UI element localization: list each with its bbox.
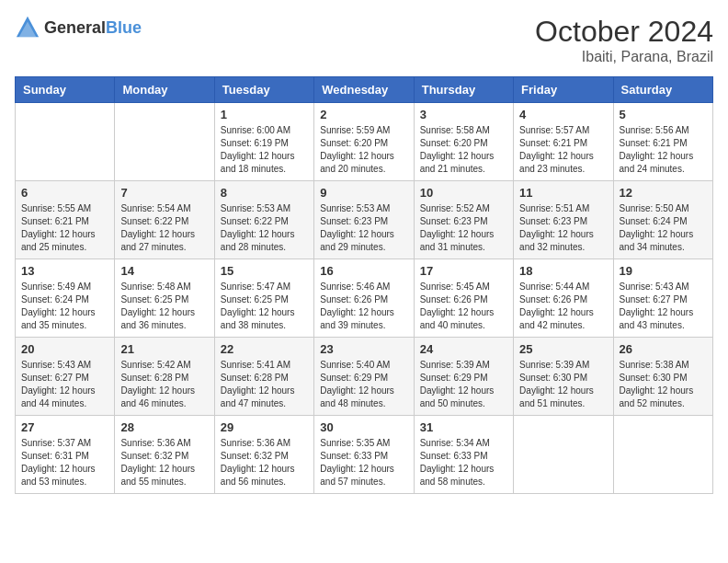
calendar-cell: 23Sunrise: 5:40 AM Sunset: 6:29 PM Dayli… <box>314 338 414 416</box>
week-row-3: 13Sunrise: 5:49 AM Sunset: 6:24 PM Dayli… <box>16 259 713 338</box>
calendar-cell: 30Sunrise: 5:35 AM Sunset: 6:33 PM Dayli… <box>314 416 414 494</box>
day-number: 4 <box>519 108 607 121</box>
day-number: 26 <box>620 342 707 356</box>
calendar-cell: 20Sunrise: 5:43 AM Sunset: 6:27 PM Dayli… <box>16 338 115 416</box>
day-info: Sunrise: 5:43 AM Sunset: 6:27 PM Dayligh… <box>620 281 707 332</box>
day-number: 12 <box>620 186 707 200</box>
day-info: Sunrise: 5:50 AM Sunset: 6:24 PM Dayligh… <box>620 202 707 254</box>
day-info: Sunrise: 5:39 AM Sunset: 6:30 PM Dayligh… <box>519 359 607 410</box>
calendar-cell: 3Sunrise: 5:58 AM Sunset: 6:20 PM Daylig… <box>414 103 513 181</box>
weekday-header-monday: Monday <box>115 77 214 103</box>
calendar-cell <box>514 416 613 494</box>
calendar-cell: 14Sunrise: 5:48 AM Sunset: 6:25 PM Dayli… <box>115 259 214 338</box>
calendar-cell: 8Sunrise: 5:53 AM Sunset: 6:22 PM Daylig… <box>214 181 313 259</box>
day-number: 8 <box>221 186 308 200</box>
logo: GeneralBlue <box>15 15 142 40</box>
weekday-header-tuesday: Tuesday <box>214 77 313 103</box>
day-number: 19 <box>620 264 707 278</box>
day-number: 21 <box>120 342 208 356</box>
day-info: Sunrise: 5:36 AM Sunset: 6:32 PM Dayligh… <box>120 437 208 488</box>
day-info: Sunrise: 6:00 AM Sunset: 6:19 PM Dayligh… <box>221 124 308 176</box>
day-number: 14 <box>120 264 208 278</box>
calendar-cell: 1Sunrise: 6:00 AM Sunset: 6:19 PM Daylig… <box>214 103 313 181</box>
calendar-cell: 31Sunrise: 5:34 AM Sunset: 6:33 PM Dayli… <box>414 416 513 494</box>
calendar-cell: 27Sunrise: 5:37 AM Sunset: 6:31 PM Dayli… <box>16 416 115 494</box>
calendar-cell <box>115 103 214 181</box>
calendar-cell: 26Sunrise: 5:38 AM Sunset: 6:30 PM Dayli… <box>613 338 712 416</box>
day-number: 10 <box>420 186 507 200</box>
header: GeneralBlue October 2024 Ibaiti, Parana,… <box>15 15 713 65</box>
calendar-table: SundayMondayTuesdayWednesdayThursdayFrid… <box>15 76 713 494</box>
calendar-body: 1Sunrise: 6:00 AM Sunset: 6:19 PM Daylig… <box>16 103 713 494</box>
calendar-cell <box>613 416 712 494</box>
day-info: Sunrise: 5:36 AM Sunset: 6:32 PM Dayligh… <box>221 437 308 488</box>
day-info: Sunrise: 5:53 AM Sunset: 6:23 PM Dayligh… <box>320 202 407 254</box>
day-number: 1 <box>221 108 308 121</box>
week-row-1: 1Sunrise: 6:00 AM Sunset: 6:19 PM Daylig… <box>16 103 713 181</box>
day-info: Sunrise: 5:52 AM Sunset: 6:23 PM Dayligh… <box>420 202 507 254</box>
day-info: Sunrise: 5:58 AM Sunset: 6:20 PM Dayligh… <box>420 124 507 176</box>
calendar-cell: 24Sunrise: 5:39 AM Sunset: 6:29 PM Dayli… <box>414 338 513 416</box>
day-number: 2 <box>320 108 407 121</box>
day-info: Sunrise: 5:45 AM Sunset: 6:26 PM Dayligh… <box>420 281 507 332</box>
day-info: Sunrise: 5:37 AM Sunset: 6:31 PM Dayligh… <box>21 437 108 488</box>
calendar-cell: 6Sunrise: 5:55 AM Sunset: 6:21 PM Daylig… <box>16 181 115 259</box>
month-title: October 2024 <box>535 15 713 49</box>
calendar-cell: 5Sunrise: 5:56 AM Sunset: 6:21 PM Daylig… <box>613 103 712 181</box>
day-info: Sunrise: 5:55 AM Sunset: 6:21 PM Dayligh… <box>21 202 108 254</box>
day-info: Sunrise: 5:40 AM Sunset: 6:29 PM Dayligh… <box>320 359 407 410</box>
day-info: Sunrise: 5:34 AM Sunset: 6:33 PM Dayligh… <box>420 437 507 488</box>
day-info: Sunrise: 5:38 AM Sunset: 6:30 PM Dayligh… <box>620 359 707 410</box>
calendar-cell: 9Sunrise: 5:53 AM Sunset: 6:23 PM Daylig… <box>314 181 414 259</box>
day-number: 27 <box>21 420 108 434</box>
day-info: Sunrise: 5:54 AM Sunset: 6:22 PM Dayligh… <box>120 202 208 254</box>
weekday-header-saturday: Saturday <box>613 77 712 103</box>
day-number: 28 <box>120 420 208 434</box>
day-number: 29 <box>221 420 308 434</box>
day-number: 9 <box>320 186 407 200</box>
calendar-cell: 10Sunrise: 5:52 AM Sunset: 6:23 PM Dayli… <box>414 181 513 259</box>
calendar-cell: 28Sunrise: 5:36 AM Sunset: 6:32 PM Dayli… <box>115 416 214 494</box>
week-row-2: 6Sunrise: 5:55 AM Sunset: 6:21 PM Daylig… <box>16 181 713 259</box>
day-number: 3 <box>420 108 507 121</box>
day-number: 6 <box>21 186 108 200</box>
weekday-header-sunday: Sunday <box>16 77 115 103</box>
day-info: Sunrise: 5:35 AM Sunset: 6:33 PM Dayligh… <box>320 437 407 488</box>
calendar-cell: 7Sunrise: 5:54 AM Sunset: 6:22 PM Daylig… <box>115 181 214 259</box>
calendar-cell: 19Sunrise: 5:43 AM Sunset: 6:27 PM Dayli… <box>613 259 712 338</box>
calendar-cell: 12Sunrise: 5:50 AM Sunset: 6:24 PM Dayli… <box>613 181 712 259</box>
logo-icon <box>15 15 40 40</box>
calendar-cell: 16Sunrise: 5:46 AM Sunset: 6:26 PM Dayli… <box>314 259 414 338</box>
day-info: Sunrise: 5:53 AM Sunset: 6:22 PM Dayligh… <box>221 202 308 254</box>
day-number: 16 <box>320 264 407 278</box>
day-info: Sunrise: 5:56 AM Sunset: 6:21 PM Dayligh… <box>620 124 707 176</box>
calendar-cell: 21Sunrise: 5:42 AM Sunset: 6:28 PM Dayli… <box>115 338 214 416</box>
day-number: 18 <box>519 264 607 278</box>
day-info: Sunrise: 5:48 AM Sunset: 6:25 PM Dayligh… <box>120 281 208 332</box>
weekday-header-friday: Friday <box>514 77 613 103</box>
week-row-5: 27Sunrise: 5:37 AM Sunset: 6:31 PM Dayli… <box>16 416 713 494</box>
day-number: 13 <box>21 264 108 278</box>
day-info: Sunrise: 5:42 AM Sunset: 6:28 PM Dayligh… <box>120 359 208 410</box>
calendar-cell: 4Sunrise: 5:57 AM Sunset: 6:21 PM Daylig… <box>514 103 613 181</box>
day-number: 31 <box>420 420 507 434</box>
day-number: 30 <box>320 420 407 434</box>
day-number: 23 <box>320 342 407 356</box>
logo-general: General <box>44 18 106 37</box>
calendar-cell: 13Sunrise: 5:49 AM Sunset: 6:24 PM Dayli… <box>16 259 115 338</box>
day-number: 11 <box>519 186 607 200</box>
calendar-cell: 15Sunrise: 5:47 AM Sunset: 6:25 PM Dayli… <box>214 259 313 338</box>
weekday-header-wednesday: Wednesday <box>314 77 414 103</box>
day-info: Sunrise: 5:44 AM Sunset: 6:26 PM Dayligh… <box>519 281 607 332</box>
calendar-cell: 29Sunrise: 5:36 AM Sunset: 6:32 PM Dayli… <box>214 416 313 494</box>
calendar-cell: 2Sunrise: 5:59 AM Sunset: 6:20 PM Daylig… <box>314 103 414 181</box>
day-info: Sunrise: 5:39 AM Sunset: 6:29 PM Dayligh… <box>420 359 507 410</box>
day-info: Sunrise: 5:43 AM Sunset: 6:27 PM Dayligh… <box>21 359 108 410</box>
day-number: 15 <box>221 264 308 278</box>
title-area: October 2024 Ibaiti, Parana, Brazil <box>535 15 713 65</box>
day-number: 5 <box>620 108 707 121</box>
day-info: Sunrise: 5:47 AM Sunset: 6:25 PM Dayligh… <box>221 281 308 332</box>
calendar-cell: 11Sunrise: 5:51 AM Sunset: 6:23 PM Dayli… <box>514 181 613 259</box>
calendar-cell: 22Sunrise: 5:41 AM Sunset: 6:28 PM Dayli… <box>214 338 313 416</box>
calendar-cell: 25Sunrise: 5:39 AM Sunset: 6:30 PM Dayli… <box>514 338 613 416</box>
